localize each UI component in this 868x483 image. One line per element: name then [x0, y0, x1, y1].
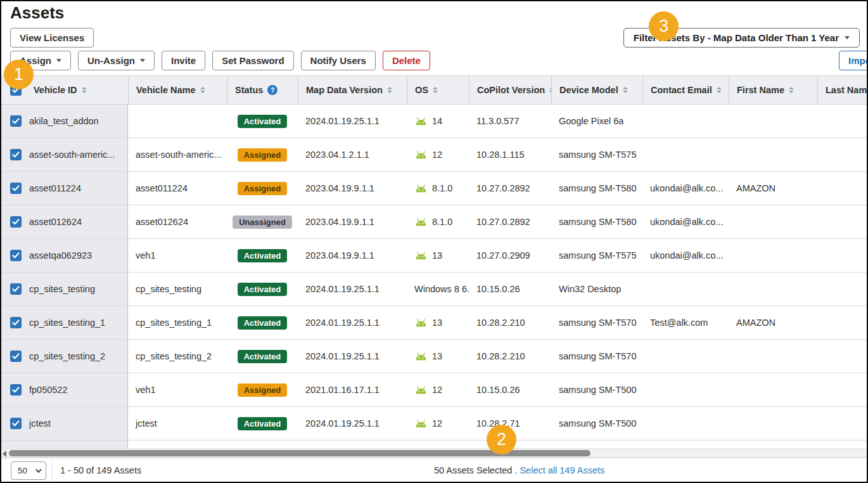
vehicle-id-cell: asset012624	[1, 205, 128, 238]
row-checkbox[interactable]	[10, 351, 22, 362]
map-data-version-cell: 2024.01.19.25.1.1	[298, 105, 407, 138]
horizontal-scrollbar[interactable]	[1, 448, 867, 458]
android-icon	[414, 184, 428, 193]
assets-table: Vehicle ID Vehicle Name Status ? Map Dat…	[1, 75, 868, 441]
select-all-assets-link[interactable]: Select all 149 Assets	[520, 465, 604, 475]
column-header-first-name[interactable]: First Name	[729, 76, 817, 104]
row-checkbox[interactable]	[10, 250, 22, 261]
column-label: Vehicle ID	[34, 85, 77, 95]
first-name-cell	[729, 205, 817, 238]
sort-icon	[200, 87, 205, 93]
import-button[interactable]: Import	[839, 51, 868, 70]
sort-icon	[623, 87, 628, 93]
row-checkbox[interactable]	[10, 115, 22, 127]
status-badge: Activated	[238, 283, 288, 296]
table-row: asset011224 asset011224 Assigned 2023.04…	[1, 172, 868, 205]
map-data-version-cell: 2021.01.16.17.1.1	[298, 373, 407, 406]
sort-icon	[433, 87, 438, 93]
android-icon	[414, 420, 428, 428]
chevron-down-icon	[56, 59, 61, 62]
os-cell: 12	[407, 407, 469, 440]
chevron-down-icon	[140, 59, 145, 62]
column-header-map-data-version[interactable]: Map Data Version	[298, 76, 407, 104]
invite-button[interactable]: Invite	[162, 51, 205, 70]
first-name-cell	[729, 105, 817, 138]
sort-icon	[387, 87, 392, 93]
last-name-cell	[817, 205, 868, 238]
status-cell: Activated	[227, 340, 298, 373]
unassign-button[interactable]: Un-Assign	[78, 51, 155, 70]
column-header-status[interactable]: Status ?	[227, 76, 298, 104]
delete-button[interactable]: Delete	[383, 51, 430, 70]
page-size-value: 50	[18, 466, 27, 475]
notify-users-button[interactable]: Notify Users	[301, 51, 376, 70]
selected-count-text: 50 Assets Selected .	[434, 465, 517, 475]
sort-icon	[82, 87, 87, 93]
row-checkbox[interactable]	[10, 283, 22, 295]
map-data-version-cell: 2023.04.19.9.1.1	[298, 239, 407, 272]
status-help-icon[interactable]: ?	[267, 85, 278, 95]
first-name-cell: AMAZON	[729, 172, 817, 205]
set-password-button[interactable]: Set Password	[212, 51, 293, 70]
map-data-version-cell: 2023.04.19.9.1.1	[298, 205, 407, 238]
contact-email-cell	[642, 373, 729, 406]
column-label: Device Model	[559, 85, 618, 95]
first-name-cell	[729, 239, 817, 272]
last-name-cell	[817, 407, 868, 440]
table-row: asset012624 asset012624 Unassigned 2023.…	[1, 205, 868, 239]
vehicle-id-cell: akila_test_addon	[1, 105, 128, 138]
column-header-contact-email[interactable]: Contact Email	[642, 76, 729, 104]
chevron-down-icon	[845, 36, 850, 39]
view-licenses-button[interactable]: View Licenses	[10, 28, 94, 48]
page-size-select[interactable]: 50	[11, 461, 46, 480]
partial-next-row	[1, 441, 128, 448]
vehicle-name-cell: asset012624	[128, 205, 227, 238]
column-label: First Name	[737, 85, 784, 95]
row-checkbox[interactable]	[10, 183, 22, 194]
scroll-left-arrow-icon[interactable]	[3, 451, 6, 457]
pagination-range-text: 1 - 50 of 149 Assets	[60, 465, 141, 475]
os-cell: 8.1.0	[407, 172, 469, 205]
column-header-last-name[interactable]: Last Name	[817, 76, 868, 104]
footer-divider	[52, 458, 53, 482]
column-label: Contact Email	[651, 85, 712, 95]
status-badge: Activated	[238, 350, 288, 363]
vehicle-id-text: assetqa062923	[29, 250, 92, 261]
status-badge: Activated	[238, 115, 288, 128]
status-cell: Assigned	[227, 373, 298, 406]
android-icon	[414, 218, 428, 226]
status-cell: Assigned	[227, 138, 298, 171]
map-data-version-cell: 2023.04.19.9.1.1	[298, 172, 407, 205]
column-header-copilot-version[interactable]: CoPilot Version	[469, 76, 551, 104]
vehicle-name-cell: asset011224	[128, 172, 227, 205]
os-cell: 13	[407, 239, 469, 272]
vehicle-id-cell: jctest	[1, 407, 128, 440]
column-header-device-model[interactable]: Device Model	[551, 76, 642, 104]
row-checkbox[interactable]	[10, 418, 22, 429]
row-checkbox[interactable]	[10, 384, 22, 396]
first-name-cell	[729, 373, 817, 406]
vehicle-id-text: asset-south-americ...	[29, 150, 115, 160]
column-header-vehicle-name[interactable]: Vehicle Name	[128, 76, 227, 104]
callout-badge-3: 3	[649, 11, 679, 41]
os-version-text: Windows 8 6.	[414, 284, 469, 294]
android-icon	[414, 386, 428, 394]
status-cell: Activated	[227, 306, 298, 339]
table-row: cp_sites_testing cp_sites_testing Activa…	[1, 273, 868, 306]
last-name-cell	[817, 373, 868, 406]
status-badge: Activated	[238, 249, 288, 262]
os-cell: 14	[407, 105, 469, 138]
status-cell: Activated	[227, 105, 298, 138]
contact-email-cell	[642, 273, 729, 306]
vehicle-id-cell: fp050522	[1, 373, 128, 406]
row-checkbox[interactable]	[10, 216, 22, 228]
device-model-cell: samsung SM-T580	[551, 205, 642, 238]
os-cell: 12	[407, 138, 469, 171]
column-label: OS	[415, 85, 428, 95]
map-data-version-cell: 2024.01.19.25.1.1	[298, 306, 407, 339]
column-header-os[interactable]: OS	[407, 76, 469, 104]
row-checkbox[interactable]	[10, 149, 22, 160]
table-row: assetqa062923 veh1 Activated 2023.04.19.…	[1, 239, 868, 273]
os-cell: 8.1.0	[407, 205, 469, 238]
row-checkbox[interactable]	[10, 317, 22, 328]
